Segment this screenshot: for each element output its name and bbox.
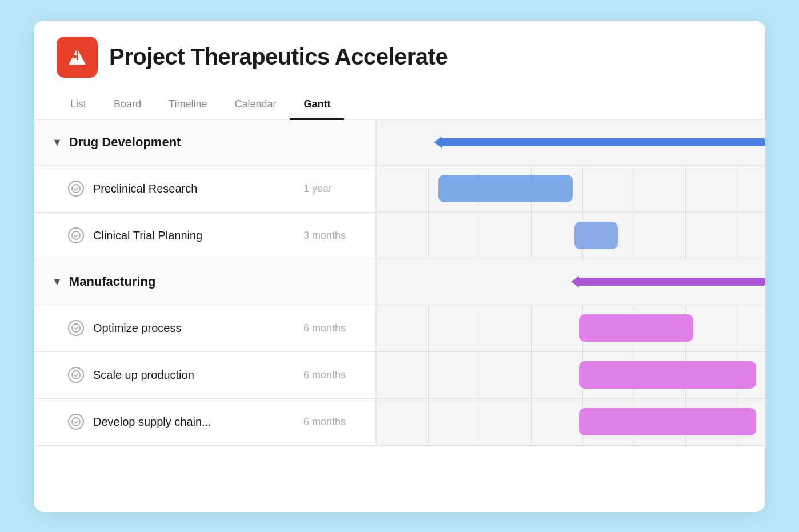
- gantt-row-supply-chain: [377, 399, 765, 446]
- check-icon-supply-chain: [68, 414, 84, 430]
- header: Project Therapeutics Accelerate: [34, 21, 765, 78]
- gantt-grid: [377, 120, 765, 446]
- nav-tabs: List Board Timeline Calendar Gantt: [34, 82, 765, 120]
- duration-clinical: 3 months: [301, 230, 375, 242]
- task-name-clinical: Clinical Trial Planning: [93, 229, 202, 242]
- bar-supply-chain: [579, 408, 756, 435]
- bar-optimize: [579, 314, 693, 342]
- task-label-supply-chain: Develop supply chain...: [34, 414, 301, 430]
- summary-arrow-drug: [434, 137, 442, 148]
- gantt-container: ▼ Drug Development Preclinical Research …: [34, 120, 765, 446]
- summary-bar-drug: [434, 137, 765, 148]
- group-row-drug-development: ▼ Drug Development: [34, 120, 375, 166]
- summary-line-drug: [442, 138, 765, 146]
- gantt-row-optimize: [377, 305, 765, 352]
- tab-calendar[interactable]: Calendar: [221, 94, 290, 120]
- task-label-optimize: Optimize process: [34, 320, 301, 336]
- bar-scale-up: [579, 361, 756, 389]
- table-row-supply-chain: Develop supply chain... 6 months: [34, 399, 375, 446]
- project-title: Project Therapeutics Accelerate: [109, 44, 448, 70]
- gantt-row-scale-up: [377, 352, 765, 399]
- gantt-row-clinical: [377, 213, 765, 259]
- duration-preclinical: 1 year: [301, 183, 375, 195]
- task-label-scale-up: Scale up production: [34, 367, 301, 383]
- duration-supply-chain: 6 months: [301, 416, 375, 428]
- bar-preclinical: [438, 175, 573, 202]
- task-label-clinical: Clinical Trial Planning: [34, 227, 301, 243]
- chevron-down-icon: ▼: [52, 137, 62, 149]
- tab-gantt[interactable]: Gantt: [290, 94, 344, 120]
- table-row-preclinical-research: Preclinical Research 1 year: [34, 166, 375, 213]
- task-name-scale-up: Scale up production: [93, 369, 194, 382]
- group-label-manufacturing: ▼ Manufacturing: [34, 274, 375, 289]
- check-icon-clinical: [68, 227, 84, 243]
- summary-line-manufacturing: [579, 278, 765, 286]
- group-row-manufacturing: ▼ Manufacturing: [34, 259, 375, 305]
- bar-clinical: [574, 222, 618, 249]
- svg-point-1: [73, 55, 77, 58]
- group-name-manufacturing: Manufacturing: [69, 274, 156, 289]
- tab-list[interactable]: List: [57, 94, 100, 120]
- gantt-group-row-drug: [377, 120, 765, 166]
- svg-point-6: [72, 371, 80, 379]
- check-icon-preclinical: [68, 181, 84, 197]
- check-icon-optimize: [68, 320, 84, 336]
- tab-timeline[interactable]: Timeline: [155, 94, 221, 120]
- chevron-down-icon-2: ▼: [52, 276, 62, 288]
- group-name-drug-development: Drug Development: [69, 135, 181, 150]
- summary-arrow-manufacturing: [571, 276, 579, 287]
- project-logo: [57, 37, 98, 78]
- duration-scale-up: 6 months: [301, 369, 375, 381]
- duration-optimize: 6 months: [301, 322, 375, 334]
- svg-point-7: [72, 418, 80, 426]
- main-card: Project Therapeutics Accelerate List Boa…: [34, 21, 765, 512]
- svg-point-4: [72, 231, 80, 239]
- task-label-preclinical: Preclinical Research: [34, 181, 301, 197]
- task-name-preclinical: Preclinical Research: [93, 182, 197, 195]
- check-icon-scale-up: [68, 367, 84, 383]
- task-name-optimize: Optimize process: [93, 322, 182, 335]
- group-label-drug-development: ▼ Drug Development: [34, 135, 375, 150]
- left-panel: ▼ Drug Development Preclinical Research …: [34, 120, 377, 446]
- right-panel: [377, 120, 765, 446]
- table-row-optimize: Optimize process 6 months: [34, 305, 375, 352]
- task-name-supply-chain: Develop supply chain...: [93, 415, 211, 429]
- gantt-group-row-manufacturing: [377, 259, 765, 305]
- svg-point-5: [72, 324, 80, 332]
- summary-bar-manufacturing: [571, 276, 765, 287]
- tab-board[interactable]: Board: [100, 94, 155, 120]
- table-row-clinical-trial: Clinical Trial Planning 3 months: [34, 213, 375, 259]
- svg-point-3: [72, 185, 80, 193]
- gantt-row-preclinical: [377, 166, 765, 213]
- table-row-scale-up: Scale up production 6 months: [34, 352, 375, 399]
